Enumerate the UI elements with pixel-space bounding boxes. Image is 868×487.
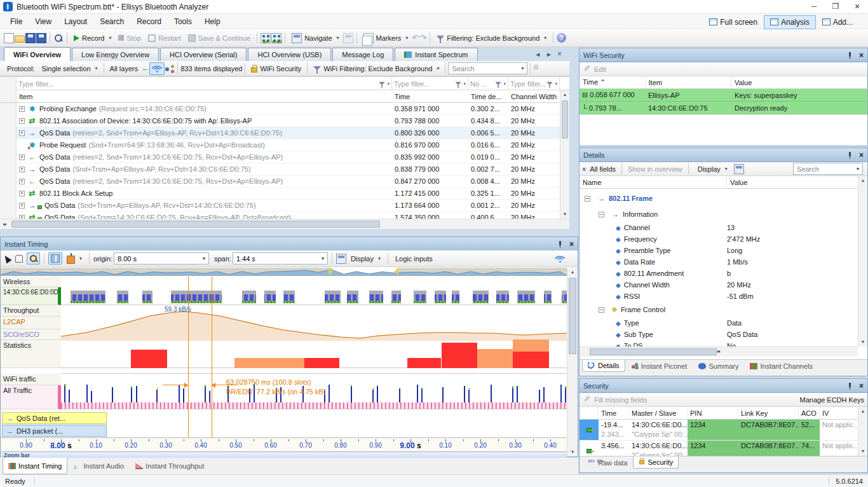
scroll-tabs-right-button[interactable]: ► — [546, 51, 552, 58]
new-file-icon[interactable] — [4, 33, 14, 43]
row-expander[interactable]: + — [19, 191, 25, 196]
menu-item-tools[interactable]: Tools — [168, 15, 198, 28]
details-tree-row[interactable]: ◆Channel Width20 MHz — [580, 279, 858, 291]
wifi-forward-icon[interactable] — [555, 254, 565, 263]
table-row[interactable]: +✱Probing Exchange (Request src:=14:30:C… — [0, 103, 569, 115]
details-tree-row[interactable]: −→802.11 Frame — [580, 190, 858, 207]
show-in-overview-button[interactable]: Show in overview — [628, 165, 682, 173]
all-fields-button[interactable]: All fields — [590, 165, 616, 173]
edit-button[interactable]: Edit — [594, 65, 606, 73]
row-expander[interactable]: + — [19, 106, 25, 112]
close-tab-button[interactable]: × — [557, 50, 562, 58]
restart-button[interactable]: Restart — [145, 33, 184, 43]
tree-expander[interactable]: − — [585, 196, 590, 202]
menu-item-view[interactable]: View — [29, 15, 58, 28]
find-icon[interactable] — [53, 33, 64, 43]
ws-column-value[interactable]: Value — [731, 76, 867, 88]
column-item[interactable]: Item — [17, 92, 392, 102]
security-tab-raw-data[interactable]: 101 011Raw data — [582, 456, 633, 469]
details-tab-summary[interactable]: Summary — [693, 360, 744, 373]
save-continue-button[interactable]: Save & Continue — [185, 33, 254, 43]
security-column-time[interactable]: Time — [599, 407, 629, 419]
close-icon[interactable]: × — [859, 151, 864, 160]
manage-ecdh-keys-button[interactable]: Manage ECDH Keys — [800, 396, 865, 404]
column-channel-width[interactable]: Channel Width — [508, 92, 560, 102]
details-tree-row[interactable]: ◆Frequency2'472 MHz — [580, 233, 858, 245]
row-expander[interactable]: + — [19, 130, 25, 136]
view-tab-full-screen[interactable]: Full screen — [703, 15, 764, 29]
details-search-combo[interactable]: Search▾ — [793, 163, 863, 175]
search-combo[interactable]: Search▾ — [448, 62, 527, 74]
security-column-iv[interactable]: IV — [820, 407, 858, 419]
close-icon[interactable]: × — [859, 381, 864, 390]
marker-drop-button[interactable] — [64, 252, 85, 265]
table-row[interactable]: +→QoS Data (retries=2, Snd+Trsm+Ap=Ellis… — [0, 127, 569, 139]
markers-button[interactable]: Markers — [360, 32, 412, 45]
timing-vertical-scrollbar[interactable]: ▲▼ — [567, 268, 578, 456]
time-marker-2[interactable] — [212, 277, 212, 437]
details-tab-details[interactable]: Details — [582, 360, 625, 372]
pin-icon[interactable] — [847, 151, 853, 159]
protocol-select[interactable]: Protocol: Single selection — [4, 64, 101, 74]
wifi-security-row[interactable]: └ 0.793 78...14:30:C6:6E:D0:75Decryption… — [580, 102, 867, 114]
pin-icon[interactable] — [847, 51, 853, 59]
origin-combo[interactable]: 8.00 s▾ — [114, 252, 209, 264]
time-marker-1[interactable] — [188, 277, 189, 437]
details-tree-row[interactable]: ◆Data Rate1 Mb/s — [580, 256, 858, 268]
doc-tab-message-log[interactable]: Message Log — [332, 48, 393, 61]
ws-column-item[interactable]: Item — [646, 76, 731, 88]
table-row[interactable]: +→QoS Data (Snd+Trsm+Ap=Ellisys-AP, Rcv+… — [0, 200, 569, 212]
minimize-button[interactable]: ─ — [803, 0, 825, 14]
close-icon[interactable]: × — [859, 51, 864, 60]
security-vertical-scrollbar[interactable]: ▲▼ — [858, 407, 867, 456]
fill-missing-fields-button[interactable]: Fill missing fields — [594, 396, 647, 404]
menu-item-file[interactable]: File — [4, 15, 29, 28]
menu-item-record[interactable]: Record — [130, 15, 168, 28]
close-button[interactable]: × — [846, 0, 868, 14]
pin-icon[interactable] — [847, 382, 853, 390]
details-column-name[interactable]: Name — [580, 176, 727, 188]
save-icon[interactable] — [25, 33, 36, 43]
prev-marker-icon[interactable]: ↶ — [412, 33, 419, 43]
details-tree-row[interactable]: ◆Sub TypeQoS Data — [580, 329, 858, 340]
close-icon[interactable]: × — [569, 240, 574, 249]
security-column-pin[interactable]: PIN — [688, 407, 738, 419]
wifi-filtering-button[interactable]: WiFi Filtering: Exclude Background — [310, 64, 442, 74]
doc-tab-wifi-overview[interactable]: WiFi Overview — [4, 47, 71, 61]
wifi-layer-toggle[interactable] — [149, 62, 165, 75]
reset-markers-icon[interactable]: reset — [271, 33, 281, 43]
details-column-value[interactable]: Value — [727, 176, 859, 188]
width-filter-input[interactable]: Type filter...▾ — [508, 77, 560, 90]
details-tree-row[interactable]: ◆802.11 Amendmentb — [580, 268, 858, 279]
row-expander[interactable]: + — [19, 154, 25, 160]
row-expander[interactable]: + — [19, 118, 25, 124]
details-horizontal-scrollbar[interactable]: ◄► — [580, 346, 858, 357]
row-expander[interactable]: + — [19, 203, 25, 209]
security-column-aco[interactable]: ACO — [799, 407, 820, 419]
menu-item-search[interactable]: Search — [93, 15, 130, 28]
timing-tab-instant-timing[interactable]: Instant Timing — [3, 458, 67, 474]
timing-overlay-label-1[interactable]: →QoS Data (ret... — [2, 412, 107, 424]
timing-tab-instant-throughput[interactable]: Instant Throughput — [130, 458, 210, 474]
copy-display-icon[interactable] — [336, 254, 346, 264]
view-tab-analysis[interactable]: Analysis — [764, 15, 816, 29]
navigate-button[interactable]: Navigate — [288, 32, 342, 45]
antenna-icon[interactable] — [533, 64, 542, 73]
column-time-delta[interactable]: Time de... — [468, 92, 508, 102]
table-row[interactable]: +⇄802.11 Association of Device: 14:30:C6… — [0, 115, 569, 127]
topology-icon[interactable] — [165, 64, 175, 73]
open-file-icon[interactable] — [15, 36, 25, 43]
span-combo[interactable]: 1.44 s▾ — [233, 252, 328, 264]
columns-toggle[interactable] — [48, 252, 62, 264]
zoom-tool-toggle[interactable] — [27, 252, 40, 264]
logic-inputs-button[interactable]: Logic inputs — [392, 254, 436, 264]
security-column-link-key[interactable]: Link Key — [738, 407, 799, 419]
table-row[interactable]: +✱Probe Request (Snd+Trsm=54:9F:13:68:36… — [0, 139, 569, 151]
stop-button[interactable]: Stop — [115, 33, 144, 43]
select-cursor-icon[interactable] — [2, 254, 11, 264]
timing-plot[interactable] — [61, 277, 568, 437]
display-button[interactable]: Display — [695, 164, 731, 174]
delta-filter-input[interactable]: No ...▾ — [468, 77, 508, 90]
security-tab-security[interactable]: Security — [633, 456, 679, 469]
next-marker-icon[interactable]: ↷ — [419, 33, 426, 43]
